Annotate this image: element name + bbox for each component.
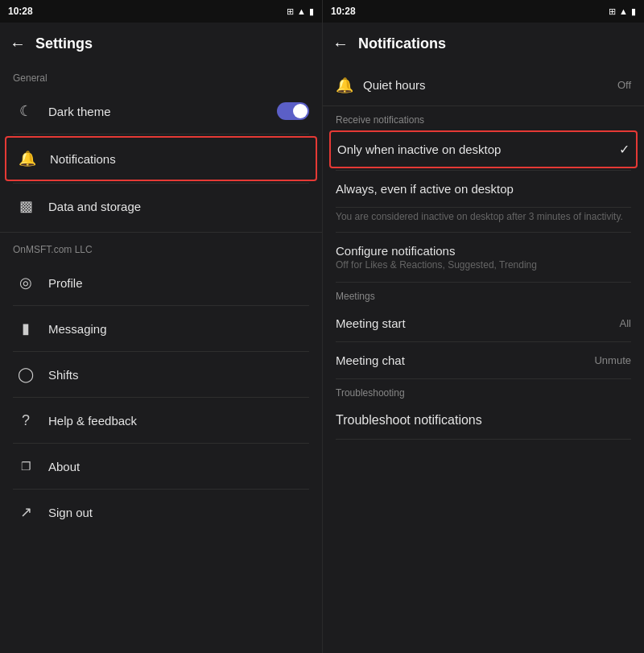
profile-label: Profile <box>48 276 309 290</box>
about-icon: ❐ <box>13 460 39 473</box>
right-status-icons: ⊞ ▲ ▮ <box>609 6 636 17</box>
meeting-start-row[interactable]: Meeting start All <box>323 305 644 341</box>
sign-out-label: Sign out <box>48 506 309 519</box>
data-storage-item[interactable]: ▩ Data and storage <box>0 184 322 229</box>
always-active-label: Always, even if active on desktop <box>336 182 631 196</box>
profile-item[interactable]: ◎ Profile <box>0 260 322 305</box>
dark-theme-toggle[interactable] <box>277 102 309 120</box>
dark-theme-label: Dark theme <box>48 105 277 118</box>
inactive-desktop-label: Only when inactive on desktop <box>337 143 619 156</box>
company-label: OnMSFT.com LLC <box>0 236 322 260</box>
sign-out-icon: ↗ <box>13 503 39 521</box>
check-icon: ✓ <box>619 142 630 157</box>
data-storage-icon: ▩ <box>13 197 39 215</box>
troubleshoot-notifications-row[interactable]: Troubleshoot notifications <box>323 402 644 439</box>
right-top-bar: ← Notifications <box>323 23 644 64</box>
inactive-desktop-option[interactable]: Only when inactive on desktop ✓ <box>329 130 638 168</box>
troubleshoot-notifications-label: Troubleshoot notifications <box>336 413 631 428</box>
dark-theme-icon: ☾ <box>13 102 39 120</box>
inactive-info-text: You are considered inactive on desktop a… <box>323 208 644 232</box>
about-item[interactable]: ❐ About <box>0 444 322 489</box>
right-status-bar: 10:28 ⊞ ▲ ▮ <box>323 0 644 23</box>
quiet-hours-icon: 🔔 <box>336 76 353 94</box>
divider-1 <box>13 134 309 134</box>
quiet-hours-row[interactable]: 🔔 Quiet hours Off <box>323 64 644 106</box>
company-divider <box>0 232 322 233</box>
left-status-icons: ⊞ ▲ ▮ <box>287 6 314 17</box>
right-wifi-icon: ▲ <box>619 6 628 16</box>
meeting-chat-label: Meeting chat <box>336 353 594 367</box>
about-label: About <box>48 460 309 473</box>
shifts-item[interactable]: ◯ Shifts <box>0 352 322 397</box>
profile-icon: ◎ <box>13 274 39 291</box>
meeting-start-label: Meeting start <box>336 316 620 330</box>
messaging-icon: ▮ <box>13 320 39 337</box>
shifts-icon: ◯ <box>13 366 39 383</box>
right-time: 10:28 <box>331 6 356 17</box>
meetings-label: Meetings <box>323 283 644 305</box>
help-label: Help & feedback <box>48 414 309 428</box>
dark-theme-item[interactable]: ☾ Dark theme <box>0 89 322 134</box>
configure-subtitle: Off for Likes & Reactions, Suggested, Tr… <box>336 259 631 271</box>
right-back-button[interactable]: ← <box>332 35 349 53</box>
shifts-label: Shifts <box>48 368 309 382</box>
always-active-option[interactable]: Always, even if active on desktop <box>323 171 644 207</box>
right-sim-icon: ⊞ <box>609 6 616 17</box>
sign-out-item[interactable]: ↗ Sign out <box>0 490 322 535</box>
notifications-icon: 🔔 <box>14 150 40 167</box>
messaging-label: Messaging <box>48 322 309 336</box>
left-status-bar: 10:28 ⊞ ▲ ▮ <box>0 0 322 23</box>
left-panel: 10:28 ⊞ ▲ ▮ ← Settings General ☾ Dark th… <box>0 0 322 653</box>
quiet-hours-label: Quiet hours <box>363 78 617 92</box>
configure-title: Configure notifications <box>336 244 631 258</box>
configure-notifications-row[interactable]: Configure notifications Off for Likes & … <box>323 233 644 274</box>
general-section-label: General <box>0 64 322 89</box>
left-title: Settings <box>35 35 93 52</box>
left-time: 10:28 <box>8 6 33 17</box>
meeting-chat-value: Unmute <box>594 354 631 366</box>
quiet-hours-value: Off <box>617 79 631 91</box>
right-battery-icon: ▮ <box>631 6 636 17</box>
help-feedback-item[interactable]: ? Help & feedback <box>0 398 322 443</box>
right-panel: 10:28 ⊞ ▲ ▮ ← Notifications 🔔 Quiet hour… <box>322 0 644 653</box>
left-top-bar: ← Settings <box>0 23 322 64</box>
left-sim-icon: ⊞ <box>287 6 294 17</box>
help-icon: ? <box>13 412 39 429</box>
data-storage-label: Data and storage <box>48 200 309 213</box>
left-battery-icon: ▮ <box>309 6 314 17</box>
receive-notifications-label: Receive notifications <box>323 106 644 129</box>
troubleshoot-label: Troubleshooting <box>323 379 644 402</box>
notifications-label: Notifications <box>50 152 308 166</box>
meeting-start-value: All <box>620 317 631 329</box>
notifications-item[interactable]: 🔔 Notifications <box>5 136 317 181</box>
messaging-item[interactable]: ▮ Messaging <box>0 306 322 351</box>
divider-r7 <box>336 439 631 440</box>
left-wifi-icon: ▲ <box>297 6 306 16</box>
right-title: Notifications <box>358 35 446 52</box>
left-back-button[interactable]: ← <box>10 35 26 53</box>
meeting-chat-row[interactable]: Meeting chat Unmute <box>323 342 644 378</box>
